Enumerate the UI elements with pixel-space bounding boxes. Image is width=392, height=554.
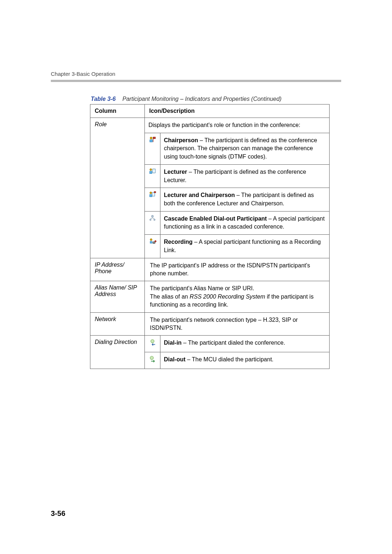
svg-point-0: [150, 137, 152, 139]
cell-ip-desc: The IP participant's IP address or the I…: [145, 258, 330, 281]
svg-point-11: [151, 215, 154, 217]
svg-point-12: [150, 219, 151, 220]
role-item-text: Recording – A special participant functi…: [160, 235, 329, 258]
bold-term: Lecturer and Chairperson: [164, 192, 235, 198]
cell-network-desc: The participant's network connection typ…: [145, 312, 330, 336]
bold-term: Chairperson: [164, 137, 198, 143]
lecturer-icon-cell: [145, 164, 160, 188]
svg-point-13: [154, 219, 155, 220]
cell-ip-name: IP Address/ Phone: [90, 258, 145, 281]
cell-dialing-desc: Dial-in – The participant dialed the con…: [145, 336, 330, 369]
role-item-text: Lecturer – The participant is defined as…: [160, 164, 329, 188]
bold-term: Lecturer: [164, 169, 187, 175]
svg-rect-10: [154, 192, 156, 193]
properties-table: Column Icon/Description Role Displays th…: [90, 104, 330, 369]
svg-point-17: [155, 241, 156, 242]
dial-out-icon-cell: [145, 352, 160, 369]
svg-rect-5: [150, 171, 152, 173]
svg-point-4: [150, 169, 152, 171]
cascade-icon: [148, 214, 156, 222]
table-row-role: Role Displays the participant's role or …: [90, 118, 330, 258]
dialing-item-text: Dial-in – The participant dialed the con…: [160, 336, 329, 352]
item-text: – The MCU dialed the participant.: [185, 356, 274, 362]
chairperson-icon: [148, 136, 156, 144]
cascade-icon-cell: [145, 211, 160, 234]
dial-out-icon: [148, 355, 156, 363]
bold-term: Dial-in: [164, 340, 182, 346]
dialing-item-text: Dial-out – The MCU dialed the participan…: [160, 352, 329, 369]
svg-rect-9: [152, 193, 155, 196]
dial-in-icon-cell: [145, 336, 160, 352]
page: Chapter 3-Basic Operation Table 3-6 Part…: [0, 0, 392, 554]
dialing-item-out: Dial-out – The MCU dialed the participan…: [145, 352, 329, 369]
svg-rect-15: [150, 241, 152, 243]
dialing-inner-table: Dial-in – The participant dialed the con…: [145, 336, 329, 368]
bold-term: Cascade Enabled Dial-out Participant: [164, 216, 267, 222]
role-intro: Displays the participant's role or funct…: [145, 118, 329, 133]
role-item-text: Lecturer and Chairperson – The participa…: [160, 188, 329, 211]
svg-rect-8: [150, 194, 152, 197]
table-title: Participant Monitoring – Indicators and …: [122, 96, 281, 102]
table-row-network: Network The participant's network connec…: [90, 312, 330, 336]
table-caption: Table 3-6 Participant Monitoring – Indic…: [91, 96, 341, 102]
dial-in-icon: [148, 338, 156, 346]
cell-dialing-name: Dialing Direction: [90, 336, 145, 369]
cell-alias-desc: The participant's Alias Name or SIP URI.…: [145, 281, 330, 312]
role-item-chairperson: Chairperson – The participant is defined…: [145, 133, 329, 164]
table-row-ip: IP Address/ Phone The IP participant's I…: [90, 258, 330, 281]
svg-point-19: [150, 356, 153, 360]
svg-point-14: [150, 239, 152, 241]
table-row-alias: Alias Name/ SIP Address The participant'…: [90, 281, 330, 312]
bold-term: Dial-out: [164, 356, 186, 362]
page-number: 3-56: [51, 509, 65, 518]
role-item-lecturer: Lecturer – The participant is defined as…: [145, 164, 329, 188]
svg-rect-6: [152, 169, 155, 173]
dialing-item-in: Dial-in – The participant dialed the con…: [145, 336, 329, 352]
table-row-dialing: Dialing Direction Dial-in – The pa: [90, 336, 330, 369]
lecturer-icon: [148, 168, 156, 176]
svg-rect-2: [153, 137, 155, 139]
table-label: Table 3-6: [91, 96, 116, 102]
lecturer-chairperson-icon-cell: [145, 188, 160, 211]
chapter-header: Chapter 3-Basic Operation: [51, 71, 341, 77]
header-divider: [51, 80, 341, 82]
role-item-lecturer-chairperson: Lecturer and Chairperson – The participa…: [145, 188, 329, 211]
role-item-recording: Recording – A special participant functi…: [145, 235, 329, 258]
lecturer-chairperson-icon: [148, 191, 156, 199]
col-header-column: Column: [90, 104, 145, 118]
cell-network-name: Network: [90, 312, 145, 336]
item-text: – The participant dialed the conference.: [181, 340, 285, 346]
role-item-text: Chairperson – The participant is defined…: [160, 133, 329, 164]
role-item-text: Cascade Enabled Dial-out Participant – A…: [160, 211, 329, 234]
bold-term: Recording: [164, 239, 193, 245]
recording-icon: [148, 238, 156, 246]
alias-text-em: RSS 2000 Recording System: [189, 294, 265, 300]
cell-role-name: Role: [90, 118, 145, 258]
recording-icon-cell: [145, 235, 160, 258]
cell-role-desc: Displays the participant's role or funct…: [145, 118, 330, 258]
role-inner-table: Displays the participant's role or funct…: [145, 118, 329, 258]
cell-alias-name: Alias Name/ SIP Address: [90, 281, 145, 312]
svg-rect-1: [150, 140, 152, 142]
svg-point-18: [151, 340, 154, 343]
svg-point-7: [150, 192, 152, 194]
role-item-cascade: Cascade Enabled Dial-out Participant – A…: [145, 211, 329, 234]
col-header-icon-description: Icon/Description: [145, 104, 330, 118]
chairperson-icon-cell: [145, 133, 160, 164]
